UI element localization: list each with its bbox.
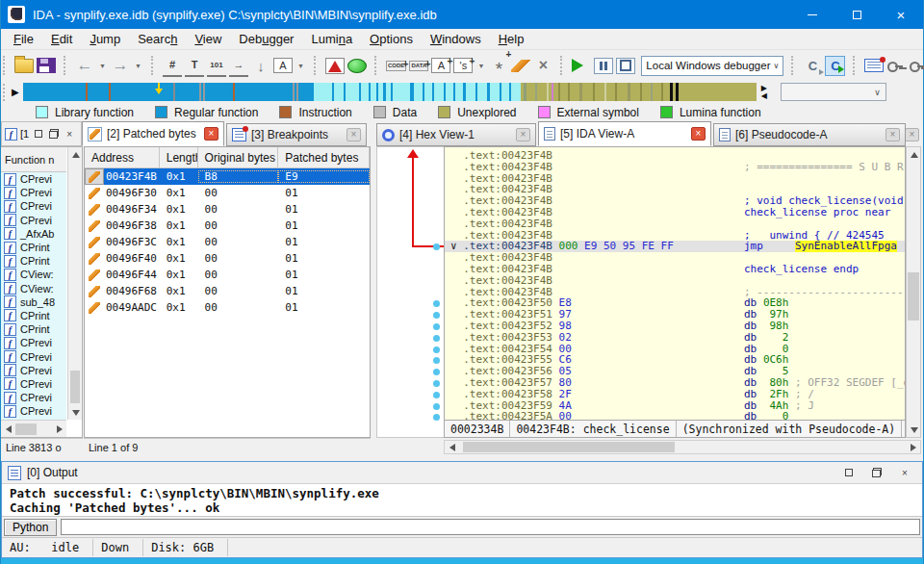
function-list-item[interactable]: fCPrevi: [1, 186, 66, 199]
disassembly-line[interactable]: .text:00423F4B: [450, 252, 905, 264]
menu-debugger[interactable]: Debugger: [230, 29, 302, 49]
function-list-item[interactable]: fCPrevi: [1, 364, 66, 377]
quick-compile-icon[interactable]: C: [803, 54, 822, 77]
tab--6-pseudocode-a[interactable]: [6] Pseudocode-A×: [713, 123, 906, 146]
windows-list-icon[interactable]: [864, 59, 884, 72]
close-tab-button[interactable]: ×: [886, 128, 900, 141]
toolbar-grip[interactable]: [560, 56, 565, 75]
tab--3-breakpoints[interactable]: [3] Breakpoints×: [226, 123, 367, 146]
disassembly-line[interactable]: .text:00423F4Bcheck_license proc near: [450, 207, 905, 218]
function-list-item[interactable]: fCPrevi: [1, 377, 66, 391]
disassembly-line[interactable]: .text:00423F4B: [450, 173, 905, 185]
disassembly-view[interactable]: .text:00423F4B .text:00423F4B; =========…: [444, 146, 906, 421]
close-tab-button[interactable]: ×: [346, 128, 361, 141]
debugger-select[interactable]: Local Windows debugger∨: [641, 56, 783, 76]
functions-vertical-scrollbar[interactable]: [67, 147, 82, 420]
search-again-icon[interactable]: →: [229, 54, 248, 77]
scroll-right-icon[interactable]: [906, 440, 920, 454]
disassembly-line[interactable]: .text:00423F4B; ------------------------…: [450, 287, 905, 298]
scroll-left-icon[interactable]: [445, 440, 459, 454]
create-name-icon[interactable]: A: [431, 58, 450, 73]
toolbar-grip[interactable]: [853, 56, 858, 75]
disassembly-line[interactable]: .text:00423F4Bcheck_license endp: [450, 264, 905, 275]
function-list-item[interactable]: fCPrevi: [1, 172, 66, 186]
navigate-forward-icon[interactable]: →: [111, 54, 130, 77]
output-log[interactable]: Patch successful: C:\synplcty\BIN\MBIN\s…: [2, 484, 922, 517]
disassembly-line[interactable]: .text:00423F4B; __unwind { // 424545: [450, 230, 905, 242]
problems-list-icon[interactable]: [325, 58, 345, 74]
table-row[interactable]: 00496F380x10001: [85, 218, 370, 234]
disassembly-line[interactable]: .text:00423F51 97db 97h: [450, 309, 905, 320]
disassembly-line[interactable]: ∨ .text:00423F4B 000 E9 50 95 FE FFjmp S…: [445, 241, 905, 252]
highlight-name-icon[interactable]: A: [273, 58, 293, 73]
menu-lumina[interactable]: Lumina: [302, 29, 361, 49]
tabbar-close-button[interactable]: ×: [905, 128, 919, 141]
toolbar-grip[interactable]: [791, 56, 796, 75]
scroll-up-icon[interactable]: [68, 147, 83, 162]
debugger-pause-icon[interactable]: [594, 58, 613, 74]
debugger-stop-icon[interactable]: [616, 58, 635, 74]
scroll-thumb[interactable]: [15, 423, 37, 435]
table-row[interactable]: 00423F4B0x1B8E9: [85, 168, 370, 185]
menu-edit[interactable]: Edit: [42, 29, 81, 49]
navigate-back-dropdown[interactable]: ▼: [97, 54, 108, 77]
output-close-button[interactable]: ×: [899, 467, 911, 478]
output-titlebar[interactable]: [0] Output ×: [2, 462, 922, 484]
close-button[interactable]: ×: [879, 0, 923, 29]
table-row[interactable]: 00496F3C0x10001: [85, 234, 370, 250]
create-string-icon[interactable]: 's: [453, 58, 473, 73]
disassembly-line[interactable]: .text:00423F57 80db 80h ; OFF32 SEGDEF […: [450, 377, 905, 389]
disassembly-line[interactable]: .text:00423F54 00db 0: [450, 344, 905, 355]
function-list-item[interactable]: fCPrint: [1, 309, 66, 322]
open-file-icon[interactable]: [14, 59, 34, 73]
functions-maximize-button[interactable]: [33, 128, 44, 140]
toolbar-grip[interactable]: [374, 56, 379, 75]
disassembly-line[interactable]: .text:00423F53 02db 2: [450, 332, 905, 344]
column-header-patched-bytes[interactable]: Patched bytes: [278, 147, 370, 167]
highlight-dropdown[interactable]: ▼: [295, 54, 306, 77]
create-code-icon[interactable]: CODE: [386, 61, 406, 71]
output-float-button[interactable]: [871, 467, 883, 478]
function-list-item[interactable]: fCPrevi: [1, 349, 66, 363]
scroll-right-icon[interactable]: [52, 422, 66, 436]
disassembly-line[interactable]: .text:00423F50 E8db 0E8h: [450, 297, 905, 309]
function-list-item[interactable]: f_AfxAb: [1, 227, 66, 241]
tab--5-ida-view-a[interactable]: [5] IDA View-A×: [538, 121, 711, 146]
scroll-thumb[interactable]: [70, 371, 80, 403]
disassembly-line[interactable]: .text:00423F4B; =============== S U B R …: [450, 162, 905, 173]
scroll-down-icon[interactable]: [68, 405, 83, 420]
functions-dock-titlebar[interactable]: f [1 ×: [1, 121, 82, 146]
function-list-item[interactable]: fCPrevi: [1, 199, 66, 213]
function-list-item[interactable]: fCView:: [1, 268, 66, 281]
navband-left-button[interactable]: ▶: [8, 87, 23, 97]
disassembly-line[interactable]: .text:00423F4B: [450, 275, 905, 287]
function-list-item[interactable]: fCPrevi: [1, 404, 66, 418]
lumina-status-icon[interactable]: [347, 59, 367, 73]
functions-horizontal-scrollbar[interactable]: [1, 420, 66, 437]
search-address-icon[interactable]: #: [163, 54, 182, 77]
menu-search[interactable]: Search: [129, 29, 186, 49]
disassembly-line[interactable]: .text:00423F4B: [450, 184, 905, 195]
column-header-original-bytes[interactable]: Original bytes: [198, 147, 279, 167]
navigation-band[interactable]: [23, 83, 757, 101]
scroll-up-icon[interactable]: [907, 147, 921, 162]
close-tab-button[interactable]: ×: [516, 128, 530, 141]
key-add-icon[interactable]: [886, 58, 906, 73]
scroll-thumb[interactable]: [908, 272, 919, 320]
scroll-left-icon[interactable]: [1, 422, 15, 436]
toolbar-grip[interactable]: [151, 56, 156, 75]
create-data-icon[interactable]: DATA: [409, 61, 428, 71]
disassembly-line[interactable]: .text:00423F5A 00db 0: [450, 411, 905, 421]
navband-left-button-2[interactable]: ◀: [759, 92, 769, 100]
run-script-icon[interactable]: C: [825, 56, 845, 76]
key-delete-icon[interactable]: [909, 58, 924, 73]
table-row[interactable]: 00496F300x10001: [85, 185, 370, 201]
disassembly-line[interactable]: .text:00423F52 98db 98h: [450, 320, 905, 332]
column-header-address[interactable]: Address: [85, 147, 160, 167]
disassembly-horizontal-scrollbar[interactable]: [444, 440, 921, 454]
function-list-item[interactable]: fCPrint: [1, 241, 66, 254]
save-file-icon[interactable]: [37, 58, 56, 73]
edit-function-icon[interactable]: [511, 60, 530, 72]
functions-float-button[interactable]: [48, 128, 60, 140]
search-binary-icon[interactable]: 101: [207, 54, 226, 77]
